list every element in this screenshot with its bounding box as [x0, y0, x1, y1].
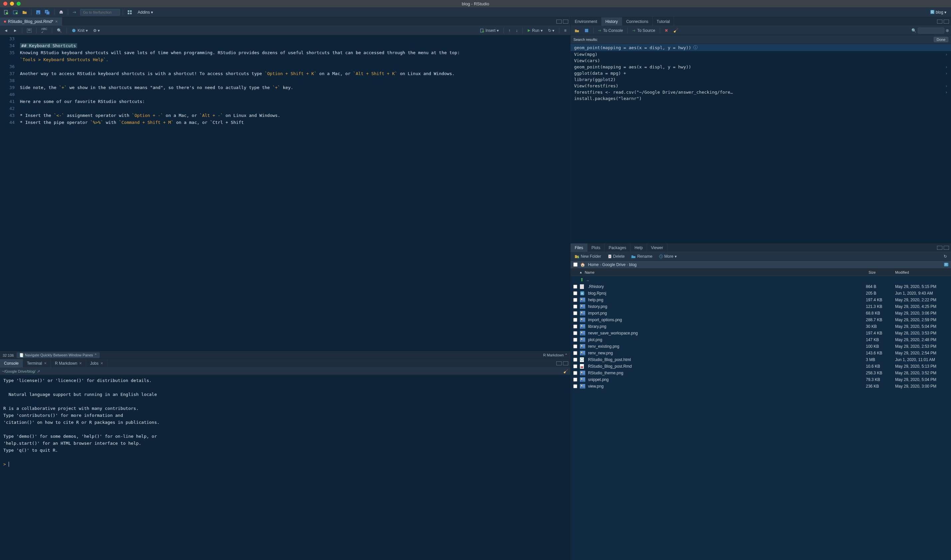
remove-history-button[interactable]: ✖: [663, 27, 670, 34]
file-checkbox[interactable]: [573, 358, 577, 362]
go-to-dir-icon[interactable]: ➚: [37, 369, 40, 374]
back-button[interactable]: ◄: [2, 27, 10, 34]
refresh-button[interactable]: ↻: [942, 253, 949, 260]
file-checkbox[interactable]: [573, 291, 577, 295]
files-tab-plots[interactable]: Plots: [588, 243, 605, 252]
env-tab-environment[interactable]: Environment: [571, 17, 601, 26]
project-root-icon[interactable]: R: [944, 263, 948, 266]
nav-section-button[interactable]: 📑 Navigate Quickly Between Window Panes …: [17, 352, 100, 358]
language-mode-button[interactable]: R Markdown ⌃: [543, 353, 568, 357]
expand-icon[interactable]: ›: [945, 65, 948, 69]
minimize-pane-icon[interactable]: [937, 20, 942, 23]
minimize-pane-icon[interactable]: [556, 20, 562, 23]
load-history-button[interactable]: [573, 27, 581, 34]
clear-history-button[interactable]: 🧹: [672, 27, 680, 34]
file-checkbox[interactable]: [573, 298, 577, 302]
find-button[interactable]: 🔍: [55, 27, 64, 34]
settings-button[interactable]: ⚙ ▾: [91, 27, 102, 34]
env-tab-tutorial[interactable]: Tutorial: [653, 17, 674, 26]
save-button[interactable]: [34, 9, 42, 16]
clear-console-icon[interactable]: 🧹: [563, 369, 568, 374]
file-row[interactable]: RStudio_Blog_post.Rmd10.6 KBMay 29, 2020…: [571, 363, 951, 370]
file-checkbox[interactable]: [573, 331, 577, 335]
rename-button[interactable]: Rename: [629, 253, 654, 260]
open-file-button[interactable]: [21, 9, 29, 16]
file-row[interactable]: RStudio_theme.png258.3 KBMay 28, 2020, 3…: [571, 370, 951, 376]
file-checkbox[interactable]: [573, 351, 577, 355]
file-checkbox[interactable]: [573, 311, 577, 315]
to-console-button[interactable]: To Console: [596, 27, 625, 34]
delete-button[interactable]: Delete: [606, 253, 627, 260]
minimize-pane-icon[interactable]: [556, 362, 562, 365]
go-down-button[interactable]: ↓: [514, 27, 520, 34]
maximize-pane-icon[interactable]: [944, 20, 949, 23]
history-item[interactable]: View(forestfires)›: [571, 83, 951, 89]
file-checkbox[interactable]: [573, 285, 577, 289]
console-output[interactable]: Type 'license()' or 'licence()' for dist…: [0, 375, 570, 560]
grid-layout-button[interactable]: [126, 9, 134, 16]
history-item[interactable]: geom_point(mapping = aes(x = displ, y = …: [571, 64, 951, 70]
more-button[interactable]: More ▾: [657, 253, 679, 260]
history-item[interactable]: install.packages("learnr"): [571, 95, 951, 102]
expand-icon[interactable]: ›: [945, 83, 948, 88]
source-tab[interactable]: RStudio_Blog_post.Rmd* ×: [0, 17, 62, 26]
forward-button[interactable]: ►: [11, 27, 19, 34]
console-tab-terminal[interactable]: Terminal ×: [23, 359, 51, 367]
maximize-pane-icon[interactable]: [563, 362, 568, 365]
print-button[interactable]: [57, 9, 65, 16]
close-tab-icon[interactable]: ×: [44, 361, 46, 366]
history-item[interactable]: forestfires <- read.csv("~/Google Drive/…: [571, 89, 951, 95]
file-row[interactable]: never_save_workspace.png197.4 KBMay 28, …: [571, 330, 951, 337]
file-row[interactable]: renv_existing.png100 KBMay 29, 2020, 2:5…: [571, 343, 951, 350]
files-tab-viewer[interactable]: Viewer: [647, 243, 667, 252]
file-row[interactable]: renv_new.png143.6 KBMay 29, 2020, 2:54 P…: [571, 350, 951, 356]
history-item[interactable]: View(cars): [571, 57, 951, 64]
history-search-input[interactable]: [918, 28, 944, 34]
breadcrumb-item[interactable]: Google Drive: [602, 262, 625, 267]
file-checkbox[interactable]: [573, 325, 577, 329]
env-tab-connections[interactable]: Connections: [622, 17, 653, 26]
file-row[interactable]: RStudio_Blog_post.html3 MBJun 1, 2020, 1…: [571, 356, 951, 363]
knit-button[interactable]: Knit ▾: [69, 27, 90, 34]
info-icon[interactable]: ⓘ: [693, 45, 698, 51]
file-row[interactable]: snippet.png79.3 KBMay 29, 2020, 5:04 PM: [571, 376, 951, 383]
save-history-button[interactable]: [582, 27, 591, 34]
clear-search-icon[interactable]: ⊗: [946, 28, 949, 33]
close-tab-icon[interactable]: ×: [79, 361, 82, 366]
history-item[interactable]: View(mpg)›: [571, 51, 951, 57]
close-tab-icon[interactable]: ×: [55, 19, 58, 24]
new-project-button[interactable]: [11, 9, 19, 16]
source-editor[interactable]: 33 34 35 36 37 38 39 40 41 42 43 44 ## K…: [0, 35, 570, 351]
file-row[interactable]: Rblog.Rproj205 BJun 1, 2020, 9:43 AM: [571, 290, 951, 297]
breadcrumb-item[interactable]: Home: [588, 262, 599, 267]
history-item[interactable]: library(ggplot2): [571, 76, 951, 83]
rerun-button[interactable]: ↻ ▾: [546, 27, 556, 34]
size-column-header[interactable]: Size: [869, 270, 895, 274]
name-column-header[interactable]: Name: [585, 270, 594, 274]
run-button[interactable]: Run ▾: [525, 27, 545, 34]
new-file-button[interactable]: [2, 9, 10, 16]
outline-toggle-button[interactable]: ≡: [562, 27, 568, 34]
file-row[interactable]: library.png30 KBMay 29, 2020, 5:04 PM: [571, 323, 951, 330]
maximize-window-icon[interactable]: [17, 2, 21, 6]
history-item[interactable]: geom_point(mapping = aes(x = displ, y = …: [571, 44, 951, 51]
file-checkbox[interactable]: [573, 378, 577, 382]
go-up-button[interactable]: ↑: [506, 27, 513, 34]
file-row[interactable]: plot.png147 KBMay 29, 2020, 2:48 PM: [571, 337, 951, 343]
minimize-window-icon[interactable]: [10, 2, 14, 6]
maximize-pane-icon[interactable]: [944, 246, 949, 250]
expand-icon[interactable]: ›: [945, 71, 948, 76]
file-checkbox[interactable]: [573, 305, 577, 309]
console-tab-r-markdown[interactable]: R Markdown ×: [51, 359, 86, 367]
expand-icon[interactable]: ›: [945, 52, 948, 57]
console-tab-jobs[interactable]: Jobs ×: [86, 359, 107, 367]
file-row[interactable]: help.png197.4 KBMay 29, 2020, 2:22 PM: [571, 297, 951, 303]
file-list[interactable]: ⬆ ...Rhistory864 BMay 29, 2020, 5:15 PMR…: [571, 276, 951, 560]
insert-button[interactable]: Insert ▾: [478, 27, 501, 34]
history-list[interactable]: geom_point(mapping = aes(x = displ, y = …: [571, 44, 951, 243]
files-tab-help[interactable]: Help: [630, 243, 647, 252]
console-tab-console[interactable]: Console: [0, 359, 23, 367]
files-tab-files[interactable]: Files: [571, 243, 587, 252]
file-row[interactable]: import_options.png288.7 KBMay 29, 2020, …: [571, 317, 951, 323]
show-outline-button[interactable]: [25, 27, 34, 34]
